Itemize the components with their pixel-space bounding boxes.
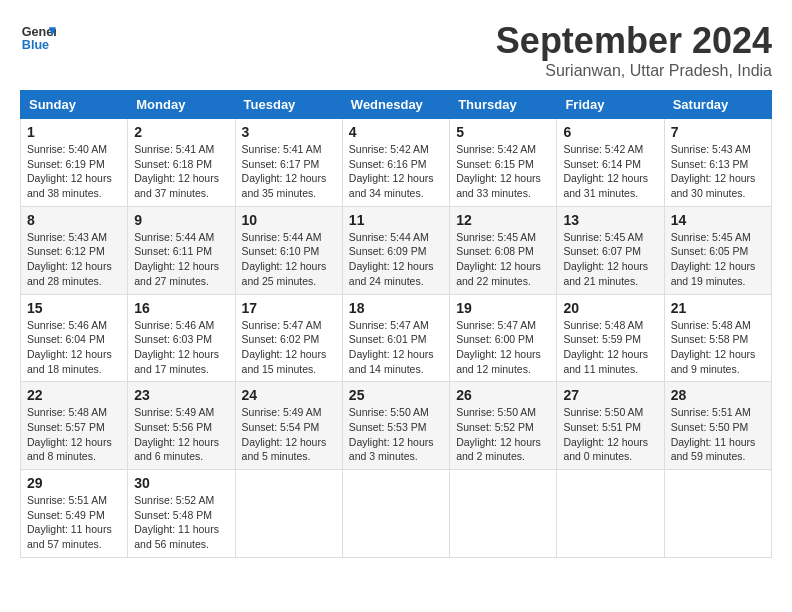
day-number: 11 xyxy=(349,212,443,228)
day-number: 12 xyxy=(456,212,550,228)
weekday-header-tuesday: Tuesday xyxy=(235,91,342,119)
day-number: 24 xyxy=(242,387,336,403)
day-number: 2 xyxy=(134,124,228,140)
calendar-day-13: 13Sunrise: 5:45 AM Sunset: 6:07 PM Dayli… xyxy=(557,206,664,294)
calendar-day-17: 17Sunrise: 5:47 AM Sunset: 6:02 PM Dayli… xyxy=(235,294,342,382)
calendar-day-29: 29Sunrise: 5:51 AM Sunset: 5:49 PM Dayli… xyxy=(21,470,128,558)
empty-cell xyxy=(664,470,771,558)
calendar-day-18: 18Sunrise: 5:47 AM Sunset: 6:01 PM Dayli… xyxy=(342,294,449,382)
calendar-week-4: 22Sunrise: 5:48 AM Sunset: 5:57 PM Dayli… xyxy=(21,382,772,470)
calendar-day-15: 15Sunrise: 5:46 AM Sunset: 6:04 PM Dayli… xyxy=(21,294,128,382)
day-number: 14 xyxy=(671,212,765,228)
day-info: Sunrise: 5:45 AM Sunset: 6:08 PM Dayligh… xyxy=(456,230,550,289)
calendar-day-20: 20Sunrise: 5:48 AM Sunset: 5:59 PM Dayli… xyxy=(557,294,664,382)
day-info: Sunrise: 5:48 AM Sunset: 5:57 PM Dayligh… xyxy=(27,405,121,464)
day-number: 9 xyxy=(134,212,228,228)
day-number: 5 xyxy=(456,124,550,140)
weekday-header-thursday: Thursday xyxy=(450,91,557,119)
day-number: 22 xyxy=(27,387,121,403)
day-number: 8 xyxy=(27,212,121,228)
day-number: 30 xyxy=(134,475,228,491)
calendar-day-1: 1Sunrise: 5:40 AM Sunset: 6:19 PM Daylig… xyxy=(21,119,128,207)
day-info: Sunrise: 5:41 AM Sunset: 6:18 PM Dayligh… xyxy=(134,142,228,201)
calendar-day-8: 8Sunrise: 5:43 AM Sunset: 6:12 PM Daylig… xyxy=(21,206,128,294)
day-number: 26 xyxy=(456,387,550,403)
day-number: 1 xyxy=(27,124,121,140)
weekday-header-sunday: Sunday xyxy=(21,91,128,119)
logo-icon: General Blue xyxy=(20,20,56,56)
calendar-week-2: 8Sunrise: 5:43 AM Sunset: 6:12 PM Daylig… xyxy=(21,206,772,294)
calendar-day-14: 14Sunrise: 5:45 AM Sunset: 6:05 PM Dayli… xyxy=(664,206,771,294)
day-number: 17 xyxy=(242,300,336,316)
day-info: Sunrise: 5:44 AM Sunset: 6:11 PM Dayligh… xyxy=(134,230,228,289)
calendar-day-5: 5Sunrise: 5:42 AM Sunset: 6:15 PM Daylig… xyxy=(450,119,557,207)
calendar-day-4: 4Sunrise: 5:42 AM Sunset: 6:16 PM Daylig… xyxy=(342,119,449,207)
calendar-day-22: 22Sunrise: 5:48 AM Sunset: 5:57 PM Dayli… xyxy=(21,382,128,470)
empty-cell xyxy=(557,470,664,558)
day-number: 3 xyxy=(242,124,336,140)
day-number: 18 xyxy=(349,300,443,316)
day-number: 15 xyxy=(27,300,121,316)
day-info: Sunrise: 5:43 AM Sunset: 6:13 PM Dayligh… xyxy=(671,142,765,201)
day-number: 23 xyxy=(134,387,228,403)
calendar-day-3: 3Sunrise: 5:41 AM Sunset: 6:17 PM Daylig… xyxy=(235,119,342,207)
calendar-day-21: 21Sunrise: 5:48 AM Sunset: 5:58 PM Dayli… xyxy=(664,294,771,382)
day-info: Sunrise: 5:46 AM Sunset: 6:04 PM Dayligh… xyxy=(27,318,121,377)
day-number: 16 xyxy=(134,300,228,316)
day-info: Sunrise: 5:51 AM Sunset: 5:50 PM Dayligh… xyxy=(671,405,765,464)
day-info: Sunrise: 5:43 AM Sunset: 6:12 PM Dayligh… xyxy=(27,230,121,289)
day-info: Sunrise: 5:46 AM Sunset: 6:03 PM Dayligh… xyxy=(134,318,228,377)
day-number: 29 xyxy=(27,475,121,491)
day-number: 28 xyxy=(671,387,765,403)
day-info: Sunrise: 5:42 AM Sunset: 6:15 PM Dayligh… xyxy=(456,142,550,201)
calendar-day-24: 24Sunrise: 5:49 AM Sunset: 5:54 PM Dayli… xyxy=(235,382,342,470)
day-info: Sunrise: 5:50 AM Sunset: 5:51 PM Dayligh… xyxy=(563,405,657,464)
day-number: 20 xyxy=(563,300,657,316)
day-info: Sunrise: 5:42 AM Sunset: 6:16 PM Dayligh… xyxy=(349,142,443,201)
day-info: Sunrise: 5:41 AM Sunset: 6:17 PM Dayligh… xyxy=(242,142,336,201)
empty-cell xyxy=(342,470,449,558)
calendar-day-19: 19Sunrise: 5:47 AM Sunset: 6:00 PM Dayli… xyxy=(450,294,557,382)
calendar-day-10: 10Sunrise: 5:44 AM Sunset: 6:10 PM Dayli… xyxy=(235,206,342,294)
weekday-header-monday: Monday xyxy=(128,91,235,119)
day-info: Sunrise: 5:48 AM Sunset: 5:58 PM Dayligh… xyxy=(671,318,765,377)
day-number: 21 xyxy=(671,300,765,316)
page-header: General Blue September 2024 Surianwan, U… xyxy=(20,20,772,80)
day-number: 19 xyxy=(456,300,550,316)
day-number: 10 xyxy=(242,212,336,228)
calendar-day-7: 7Sunrise: 5:43 AM Sunset: 6:13 PM Daylig… xyxy=(664,119,771,207)
calendar-day-26: 26Sunrise: 5:50 AM Sunset: 5:52 PM Dayli… xyxy=(450,382,557,470)
day-info: Sunrise: 5:40 AM Sunset: 6:19 PM Dayligh… xyxy=(27,142,121,201)
svg-text:Blue: Blue xyxy=(22,38,49,52)
day-number: 25 xyxy=(349,387,443,403)
location-subtitle: Surianwan, Uttar Pradesh, India xyxy=(496,62,772,80)
day-info: Sunrise: 5:49 AM Sunset: 5:54 PM Dayligh… xyxy=(242,405,336,464)
calendar-day-16: 16Sunrise: 5:46 AM Sunset: 6:03 PM Dayli… xyxy=(128,294,235,382)
weekday-header-saturday: Saturday xyxy=(664,91,771,119)
day-info: Sunrise: 5:42 AM Sunset: 6:14 PM Dayligh… xyxy=(563,142,657,201)
month-title: September 2024 xyxy=(496,20,772,62)
day-info: Sunrise: 5:45 AM Sunset: 6:05 PM Dayligh… xyxy=(671,230,765,289)
day-info: Sunrise: 5:47 AM Sunset: 6:00 PM Dayligh… xyxy=(456,318,550,377)
weekday-header-row: SundayMondayTuesdayWednesdayThursdayFrid… xyxy=(21,91,772,119)
calendar-day-30: 30Sunrise: 5:52 AM Sunset: 5:48 PM Dayli… xyxy=(128,470,235,558)
weekday-header-friday: Friday xyxy=(557,91,664,119)
day-info: Sunrise: 5:50 AM Sunset: 5:52 PM Dayligh… xyxy=(456,405,550,464)
day-info: Sunrise: 5:49 AM Sunset: 5:56 PM Dayligh… xyxy=(134,405,228,464)
calendar-day-27: 27Sunrise: 5:50 AM Sunset: 5:51 PM Dayli… xyxy=(557,382,664,470)
day-info: Sunrise: 5:45 AM Sunset: 6:07 PM Dayligh… xyxy=(563,230,657,289)
calendar-week-1: 1Sunrise: 5:40 AM Sunset: 6:19 PM Daylig… xyxy=(21,119,772,207)
day-info: Sunrise: 5:50 AM Sunset: 5:53 PM Dayligh… xyxy=(349,405,443,464)
day-number: 4 xyxy=(349,124,443,140)
calendar-week-3: 15Sunrise: 5:46 AM Sunset: 6:04 PM Dayli… xyxy=(21,294,772,382)
calendar-day-6: 6Sunrise: 5:42 AM Sunset: 6:14 PM Daylig… xyxy=(557,119,664,207)
day-info: Sunrise: 5:48 AM Sunset: 5:59 PM Dayligh… xyxy=(563,318,657,377)
empty-cell xyxy=(450,470,557,558)
calendar-day-2: 2Sunrise: 5:41 AM Sunset: 6:18 PM Daylig… xyxy=(128,119,235,207)
logo: General Blue xyxy=(20,20,56,56)
calendar-day-9: 9Sunrise: 5:44 AM Sunset: 6:11 PM Daylig… xyxy=(128,206,235,294)
calendar-day-23: 23Sunrise: 5:49 AM Sunset: 5:56 PM Dayli… xyxy=(128,382,235,470)
empty-cell xyxy=(235,470,342,558)
day-info: Sunrise: 5:52 AM Sunset: 5:48 PM Dayligh… xyxy=(134,493,228,552)
day-info: Sunrise: 5:47 AM Sunset: 6:02 PM Dayligh… xyxy=(242,318,336,377)
